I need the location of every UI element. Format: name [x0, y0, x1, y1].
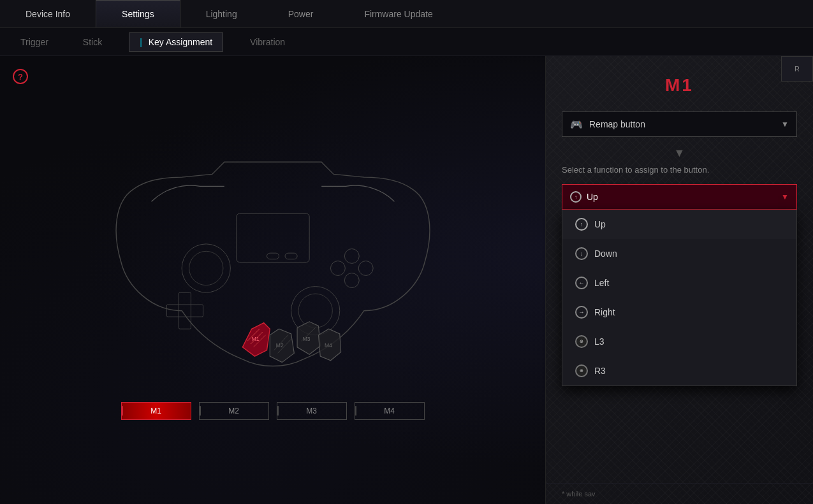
option-up[interactable]: ↑ Up: [562, 210, 796, 239]
left-icon: ←: [575, 277, 588, 289]
nav-settings[interactable]: Settings: [96, 0, 180, 27]
panel-content: M1 🎮 Remap button ▼ ▼ Select a function …: [546, 56, 813, 483]
m1-button-svg[interactable]: M1: [242, 322, 270, 356]
function-dropdown-arrow: ▼: [781, 192, 789, 201]
select-text: Select a function to assign to the butto…: [562, 165, 797, 175]
svg-rect-11: [267, 253, 279, 259]
svg-text:M1: M1: [251, 336, 259, 342]
remap-dropdown-wrapper: 🎮 Remap button ▼: [562, 112, 797, 137]
option-r3[interactable]: ⊕ R3: [562, 356, 796, 385]
r3-icon: ⊕: [575, 364, 588, 377]
svg-point-4: [298, 294, 332, 328]
nav-power[interactable]: Power: [263, 0, 339, 27]
svg-point-7: [344, 248, 359, 263]
up-icon: ↑: [575, 218, 588, 231]
sub-nav-key-assignment[interactable]: Key Assignment: [129, 32, 223, 52]
sub-nav: Trigger Stick Key Assignment Vibration: [0, 28, 813, 56]
m4-button-svg[interactable]: M4: [318, 329, 341, 361]
option-right[interactable]: → Right: [562, 298, 796, 327]
svg-text:M4: M4: [324, 342, 332, 348]
option-down[interactable]: ↓ Down: [562, 239, 796, 268]
m3-button-svg[interactable]: M3: [297, 321, 320, 354]
svg-point-10: [344, 273, 359, 287]
nav-device-info[interactable]: Device Info: [0, 0, 96, 27]
sub-nav-trigger[interactable]: Trigger: [13, 32, 56, 52]
right-icon: →: [575, 306, 588, 319]
m4-button[interactable]: M4: [355, 402, 425, 420]
svg-point-2: [189, 251, 223, 285]
svg-point-8: [358, 261, 373, 275]
controller-svg: M1 M2 M3 M4: [88, 141, 458, 396]
m2-button[interactable]: M2: [199, 402, 269, 420]
function-dropdown[interactable]: ↑ Up ▼: [562, 184, 797, 210]
svg-text:M3: M3: [302, 336, 310, 342]
sub-nav-vibration[interactable]: Vibration: [242, 32, 293, 52]
remap-dropdown[interactable]: 🎮 Remap button ▼: [562, 112, 797, 137]
help-icon[interactable]: ?: [13, 69, 28, 84]
main-content: ?: [0, 56, 813, 504]
svg-point-9: [330, 261, 345, 275]
function-dropdown-wrapper: ↑ Up ▼ ↑ Up ↓ Down: [562, 184, 797, 210]
nav-bar: Device Info Settings Lighting Power Firm…: [0, 0, 813, 28]
sub-nav-stick[interactable]: Stick: [75, 32, 110, 52]
m1-button[interactable]: M1: [121, 402, 191, 420]
nav-lighting[interactable]: Lighting: [180, 0, 263, 27]
panel-title: M1: [562, 75, 797, 96]
bottom-note: * while sav: [546, 483, 813, 504]
right-panel: R M1 🎮 Remap button ▼ ▼ Select a f: [545, 56, 813, 504]
function-dropdown-icon: ↑: [570, 191, 582, 203]
svg-rect-12: [285, 253, 297, 259]
gamepad-icon: 🎮: [570, 119, 583, 131]
m3-button[interactable]: M3: [277, 402, 347, 420]
down-icon: ↓: [575, 247, 588, 260]
svg-rect-0: [236, 213, 309, 262]
l3-icon: ⊕: [575, 335, 588, 348]
down-arrow: ▼: [562, 147, 797, 160]
function-dropdown-menu: ↑ Up ↓ Down ← Left →: [562, 210, 797, 386]
controller-display: M1 M2 M3 M4: [88, 141, 458, 396]
option-left[interactable]: ← Left: [562, 268, 796, 298]
svg-text:M2: M2: [275, 342, 283, 348]
remap-dropdown-arrow: ▼: [781, 120, 789, 129]
nav-firmware-update[interactable]: Firmware Update: [339, 0, 458, 27]
m-buttons-row: M1 M2 M3 M4: [121, 402, 425, 420]
controller-area: ?: [0, 56, 545, 504]
m2-button-svg[interactable]: M2: [270, 329, 294, 362]
option-l3[interactable]: ⊕ L3: [562, 327, 796, 356]
